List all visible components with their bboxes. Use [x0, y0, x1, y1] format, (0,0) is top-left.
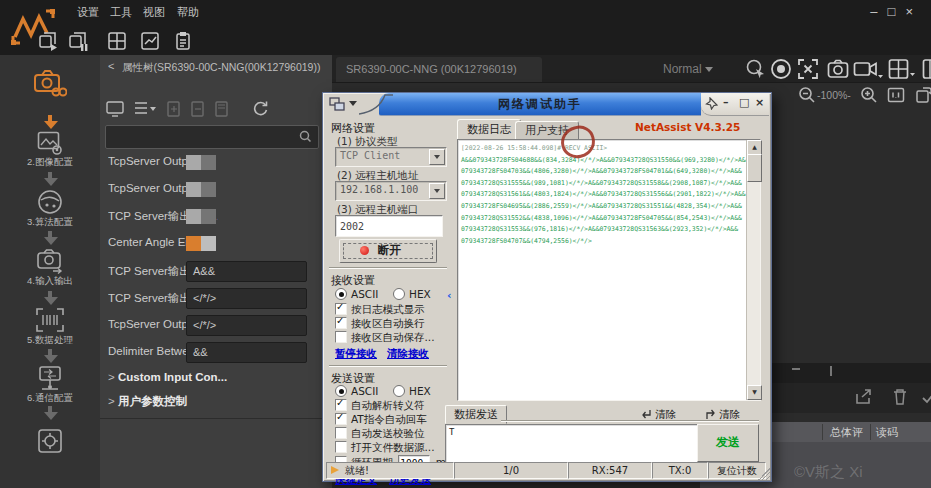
host-select[interactable]: 192.168.1.100	[335, 181, 447, 201]
zoom-in-icon[interactable]	[860, 86, 878, 104]
close-button[interactable]: ×	[755, 96, 764, 109]
workflow-step-image-config[interactable]: 2.图像配置	[0, 131, 100, 169]
toggle-center-angle-enable[interactable]	[186, 236, 216, 251]
chart-panel-icon[interactable]	[140, 31, 160, 51]
scroll-up-icon[interactable]: ▲	[747, 140, 762, 155]
maximize-button[interactable]: □	[739, 96, 749, 109]
toggle-tcpserver-noread[interactable]	[186, 209, 216, 224]
tcp-prefix-field[interactable]: A&&	[186, 261, 307, 282]
tab-data-send[interactable]: 数据发送	[445, 405, 507, 424]
auto-save-checkbox[interactable]: 接收区自动保存...	[335, 331, 435, 345]
tab-data-log[interactable]: 数据日志	[457, 119, 521, 140]
connected-dot-icon	[360, 246, 369, 255]
collapse-panel-arrow[interactable]: ‹	[447, 289, 452, 302]
checkbox-icon	[335, 331, 347, 343]
list-view-icon[interactable]	[134, 101, 156, 117]
status-rx-cell: RX:547	[568, 462, 652, 479]
send-hex-radio[interactable]: HEX	[393, 385, 431, 397]
send-input-area[interactable]: T	[445, 424, 701, 466]
workflow-step-data-process[interactable]: 5.数据处理	[0, 307, 100, 347]
recv-hex-radio[interactable]: HEX	[393, 288, 431, 300]
auto-wrap-checkbox[interactable]: 接收区自动换行	[335, 317, 425, 331]
resize-grip[interactable]	[758, 468, 770, 480]
tcp-output-t-field[interactable]: </*/>	[186, 315, 307, 336]
group-custom-input[interactable]: Custom Input Con...	[108, 371, 227, 383]
clear-recv-link[interactable]: 清除	[705, 408, 740, 422]
view-grid-icon[interactable]	[888, 58, 916, 80]
record-stop-icon[interactable]	[770, 58, 792, 80]
menu-help[interactable]: 帮助	[177, 5, 199, 20]
checkbox-icon	[335, 399, 347, 411]
file-source-checkbox[interactable]: 打开文件数据源...	[335, 441, 435, 455]
snapshot-camera-icon[interactable]	[827, 58, 849, 80]
watermark: ©V斯之 Xi	[794, 463, 863, 482]
tick-mark	[830, 366, 832, 376]
minimize-button[interactable]: –	[870, 4, 887, 19]
log-scrollbar[interactable]: ▲ ▼	[746, 140, 760, 400]
rotate-view-icon[interactable]	[915, 86, 931, 104]
clear-send-link[interactable]: 清除	[641, 408, 676, 422]
minimize-button[interactable]: –	[723, 96, 729, 109]
menu-settings[interactable]: 设置	[77, 5, 99, 20]
menu-view[interactable]: 视图	[143, 5, 165, 20]
pin-icon[interactable]	[705, 97, 718, 110]
panel-icon-partial[interactable]	[922, 58, 931, 80]
pause-receive-link[interactable]: 暂停接收	[335, 347, 377, 361]
clear-receive-link[interactable]: 清除接收	[387, 347, 429, 361]
protocol-select[interactable]: TCP Client	[335, 147, 447, 167]
scroll-down-icon[interactable]: ▼	[747, 385, 762, 400]
display-mode-dropdown[interactable]: Normal	[663, 62, 713, 76]
export-result-icon[interactable]	[855, 388, 873, 406]
pointer-select-icon[interactable]	[745, 58, 767, 80]
workflow-step-comm-config[interactable]: 6.通信配置	[0, 365, 100, 405]
chevron-down-icon[interactable]	[349, 101, 357, 106]
menu-tools[interactable]: 工具	[110, 5, 132, 20]
recv-ascii-radio[interactable]: ASCII	[335, 288, 378, 300]
back-chevron-icon[interactable]: <	[108, 60, 114, 72]
search-icon	[299, 130, 312, 143]
check-icon[interactable]	[922, 390, 931, 404]
group-user-params[interactable]: 用户参数控制	[108, 394, 187, 409]
video-record-icon[interactable]	[853, 58, 883, 80]
fullscreen-icon[interactable]	[797, 58, 819, 80]
monitor-icon[interactable]	[106, 101, 124, 117]
port-input[interactable]	[335, 215, 443, 237]
receive-log-area[interactable]: [2022-08-26 15:58:44.098]# RECV ASCII> A…	[457, 139, 761, 401]
workflow-step-camera-link[interactable]	[0, 68, 100, 98]
workflow-step-algorithm-config[interactable]: 3.算法配置	[0, 189, 100, 229]
netassist-titlebar[interactable]: 网络调试助手 – □ ×	[323, 93, 769, 115]
chevron-down-icon[interactable]	[429, 149, 445, 165]
pause-acquisition-icon[interactable]	[68, 31, 88, 51]
tcp-suffix-field[interactable]: </*/>	[186, 288, 307, 309]
delimiter-field[interactable]: &&	[186, 342, 307, 363]
checksum-checkbox[interactable]: 自动发送校验位	[335, 427, 425, 441]
log-mode-checkbox[interactable]: 按日志模式显示	[335, 303, 425, 317]
maximize-button[interactable]: □	[888, 4, 906, 19]
run-continuous-icon[interactable]	[38, 31, 58, 51]
workflow-step-input-output[interactable]: 4.输入输出	[0, 248, 100, 288]
send-ascii-radio[interactable]: ASCII	[335, 385, 378, 397]
app-root: 设置 工具 视图 帮助 –□×	[0, 0, 931, 488]
refresh-icon[interactable]	[252, 100, 269, 117]
search-input[interactable]	[105, 125, 319, 149]
device-tab[interactable]: SR6390-00C-NNG (00K12796019)	[336, 57, 542, 82]
zoom-out-icon[interactable]	[798, 86, 816, 104]
escape-parse-checkbox[interactable]: 自动解析转义符	[335, 399, 425, 413]
scrollbar-thumb[interactable]	[747, 154, 762, 182]
disconnect-button[interactable]: 断开	[339, 239, 437, 263]
close-button[interactable]: ×	[905, 4, 923, 19]
send-button[interactable]: 发送	[697, 424, 759, 462]
netassist-system-icon[interactable]	[329, 97, 345, 111]
fit-one-to-one-icon[interactable]	[887, 86, 905, 104]
report-clipboard-icon[interactable]	[173, 31, 193, 51]
layout-grid-icon[interactable]	[107, 31, 127, 51]
toggle-tcpserver-output-1[interactable]	[186, 155, 216, 170]
chevron-down-icon[interactable]	[429, 183, 445, 199]
workflow-step-next-partial[interactable]	[0, 427, 100, 455]
toggle-tcpserver-output-2[interactable]	[186, 182, 216, 197]
at-return-checkbox[interactable]: AT指令自动回车	[335, 413, 427, 427]
save-file-icon	[214, 101, 230, 117]
network-settings-title: 网络设置	[331, 121, 375, 136]
disconnect-label: 断开	[378, 243, 401, 258]
trash-icon[interactable]	[892, 388, 908, 406]
